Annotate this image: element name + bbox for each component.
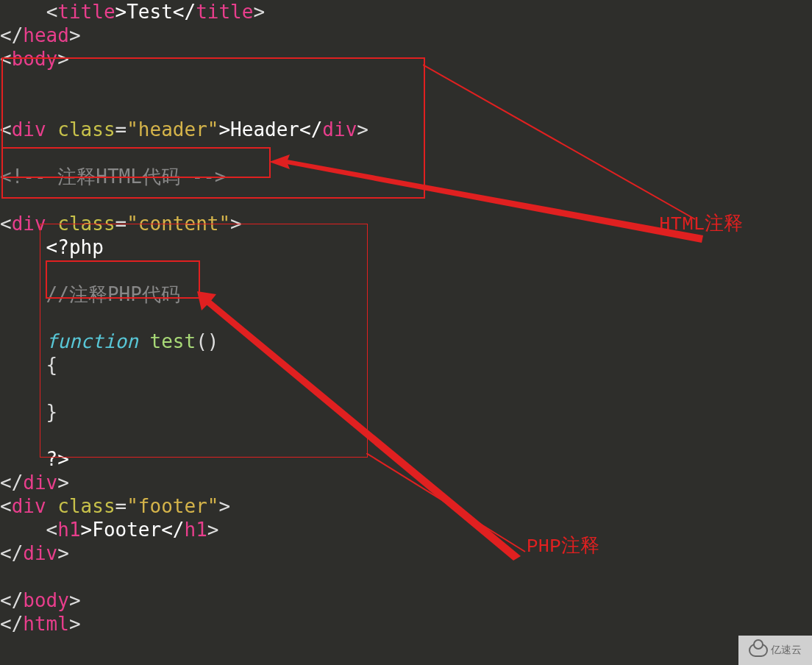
code-line: </head>	[0, 24, 81, 46]
text-header: >Header</	[218, 118, 322, 141]
code-line: <body>	[0, 48, 69, 70]
label-html-comment: HTML注释	[659, 210, 743, 236]
code-line: </div>	[0, 472, 69, 494]
code-line	[0, 566, 12, 588]
code-line	[0, 142, 12, 164]
text-title: >Test</	[115, 1, 196, 23]
code-line: <?php	[0, 236, 104, 258]
code-line: ?>	[0, 448, 69, 470]
code-line	[0, 377, 12, 399]
label-php-comment: PHP注释	[527, 533, 599, 558]
code-line: <div class="footer">	[0, 495, 230, 517]
code-line	[0, 260, 12, 282]
code-line: function test()	[0, 330, 218, 352]
code-line	[0, 71, 12, 93]
code-line	[0, 424, 12, 447]
code-line: <title>Test</title>	[0, 1, 265, 23]
code-line: </html>	[0, 613, 81, 635]
code-line: <h1>Footer</h1>	[0, 519, 218, 541]
code-line: <div class="content">	[0, 213, 242, 235]
code-line-php-comment: //注释PHP代码	[0, 283, 180, 305]
watermark-text: 亿速云	[771, 644, 802, 657]
code-line: }	[0, 401, 57, 423]
code-line	[0, 189, 12, 211]
code-line: </div>	[0, 542, 69, 564]
watermark-badge: 亿速云	[738, 636, 812, 665]
code-line	[0, 307, 12, 329]
code-block: <title>Test</title> </head> <body> <div …	[0, 0, 812, 636]
code-line: {	[0, 354, 57, 376]
code-line-html-comment: <!-- 注释HTML代码 -->	[0, 166, 227, 188]
text-footer: >Footer</	[81, 519, 185, 541]
cloud-icon	[749, 644, 768, 657]
code-line	[0, 95, 12, 117]
code-line: <div class="header">Header</div>	[0, 118, 368, 141]
code-line: </body>	[0, 589, 81, 611]
